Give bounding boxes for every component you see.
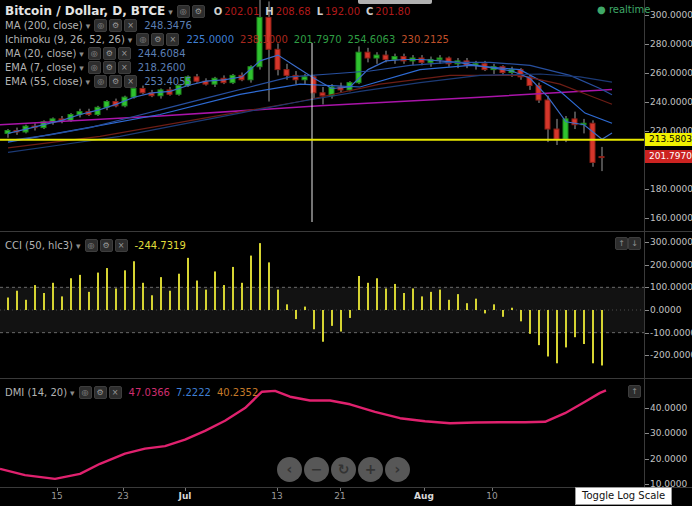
cci-bar	[412, 288, 414, 310]
visibility-icon[interactable]: ◎	[85, 239, 98, 252]
cci-bar	[241, 283, 243, 310]
remove-icon[interactable]: ×	[115, 239, 128, 252]
indicator-value: 218.2600	[138, 62, 186, 73]
yellow-price-tag: 213.5803	[645, 133, 692, 146]
visibility-icon[interactable]: ◎	[94, 75, 107, 88]
dmi-legend-row: DMI (14, 20)▾◎⚙×47.03667.222240.2352	[5, 384, 258, 398]
cci-bar	[367, 283, 369, 310]
candle	[554, 129, 559, 139]
chevron-down-icon[interactable]: ▾	[86, 77, 91, 87]
candle	[140, 88, 145, 92]
cci-bar	[385, 288, 387, 310]
cci-bar	[259, 243, 261, 310]
overlay-line-ma-200	[0, 90, 612, 125]
candle	[590, 123, 595, 162]
symbol-title[interactable]: Bitcoin / Dollar, D, BTCE	[5, 4, 165, 18]
cci-bar	[448, 300, 450, 310]
cci-bar	[430, 292, 432, 310]
scroll-right-button[interactable]: ›	[385, 457, 410, 482]
ohlc-value: 208.68	[276, 6, 311, 17]
indicator-name[interactable]: MA (200, close)	[5, 20, 83, 31]
cci-bar	[529, 310, 531, 334]
cci-bar	[106, 268, 108, 310]
settings-icon[interactable]: ⚙	[100, 239, 113, 252]
indicator-value: 40.2352	[217, 387, 258, 398]
indicator-name[interactable]: Ichimoku (9, 26, 52, 26)	[5, 34, 125, 45]
symbol-title-row: Bitcoin / Dollar, D, BTCE▾◎⚙O202.01H208.…	[5, 2, 449, 17]
indicator-name[interactable]: EMA (7, close)	[5, 62, 76, 73]
price-tick-mark	[645, 265, 649, 266]
indicator-name[interactable]: MA (20, close)	[5, 48, 76, 59]
cci-bar	[484, 310, 486, 313]
price-tick-mark	[645, 218, 649, 219]
zoom-in-button[interactable]: +	[358, 457, 383, 482]
indicator-row: EMA (55, close)▾◎⚙×253.4055	[5, 73, 449, 87]
price-tick-label: 100.0000	[650, 282, 692, 292]
indicator-name[interactable]: DMI (14, 20)	[5, 387, 67, 398]
dmi-move-up-icon[interactable]: ↑	[628, 385, 641, 398]
chevron-down-icon[interactable]: ▾	[70, 388, 75, 398]
toggle-log-scale-tooltip: Toggle Log Scale	[575, 487, 672, 505]
settings-icon[interactable]: ⚙	[192, 5, 205, 18]
cci-move-up-icon[interactable]: ↑	[615, 237, 628, 250]
indicator-value: 47.0366	[129, 387, 170, 398]
time-tick-label: Jul	[179, 491, 192, 501]
price-tick-mark	[645, 484, 649, 485]
indicator-value: 238.1000	[240, 34, 288, 45]
candle	[131, 88, 136, 97]
settings-icon[interactable]: ⚙	[94, 386, 107, 399]
price-axis[interactable]: 300.0000280.0000260.0000240.0000220.0000…	[645, 0, 692, 488]
price-tick-mark	[645, 242, 649, 243]
chevron-down-icon[interactable]: ▾	[168, 7, 173, 17]
zoom-out-button[interactable]: −	[304, 457, 329, 482]
chevron-down-icon[interactable]: ▾	[79, 49, 84, 59]
chevron-down-icon[interactable]: ▾	[76, 241, 81, 251]
cci-legend-row: CCI (50, hlc3)▾◎⚙×-244.7319	[5, 237, 186, 251]
cci-bar	[196, 281, 198, 310]
chevron-down-icon[interactable]: ▾	[86, 21, 91, 31]
scroll-left-button[interactable]: ‹	[277, 457, 302, 482]
cci-bar	[286, 304, 288, 310]
price-tick-mark	[645, 459, 649, 460]
indicator-name[interactable]: CCI (50, hlc3)	[5, 240, 73, 251]
chevron-down-icon[interactable]: ▾	[79, 63, 84, 73]
pane-separator[interactable]	[0, 231, 692, 232]
indicator-value: 254.6063	[348, 34, 396, 45]
candle	[599, 157, 604, 158]
pane-separator[interactable]	[0, 378, 692, 379]
cci-pane[interactable]	[0, 232, 644, 378]
remove-icon[interactable]: ×	[124, 75, 137, 88]
price-tick-mark	[645, 44, 649, 45]
remove-icon[interactable]: ×	[109, 386, 122, 399]
price-tick-label: 300.0000	[650, 237, 692, 247]
price-tick-label: -200.0000	[650, 350, 692, 360]
reset-view-button[interactable]: ↻	[331, 457, 356, 482]
cci-bar	[556, 310, 558, 363]
price-tick-mark	[645, 189, 649, 190]
cci-bar	[79, 275, 81, 310]
indicator-row: MA (20, close)▾◎⚙×244.6084	[5, 45, 449, 59]
visibility-icon[interactable]: ◎	[79, 386, 92, 399]
cci-bar	[178, 274, 180, 310]
cci-bar	[601, 310, 603, 365]
cci-bar	[457, 294, 459, 310]
price-tick-mark	[645, 408, 649, 409]
cci-bar	[214, 271, 216, 310]
price-tick-mark	[645, 310, 649, 311]
chevron-down-icon[interactable]: ▾	[128, 35, 133, 45]
cci-bar	[223, 285, 225, 310]
price-tick-label: 200.0000	[650, 260, 692, 270]
cci-bar	[25, 300, 27, 310]
cci-bar	[34, 285, 36, 310]
indicator-name[interactable]: EMA (55, close)	[5, 76, 83, 87]
time-tick-label: 13	[271, 491, 282, 501]
cci-bar	[574, 310, 576, 337]
cci-bar	[592, 310, 594, 363]
cci-bar	[583, 310, 585, 344]
price-tick-label: 300.0000	[650, 10, 692, 20]
cci-bar	[205, 290, 207, 310]
settings-icon[interactable]: ⚙	[109, 75, 122, 88]
cci-move-down-icon[interactable]: ↓	[628, 237, 641, 250]
cci-bar	[331, 310, 333, 326]
time-tick-label: 15	[51, 491, 62, 501]
